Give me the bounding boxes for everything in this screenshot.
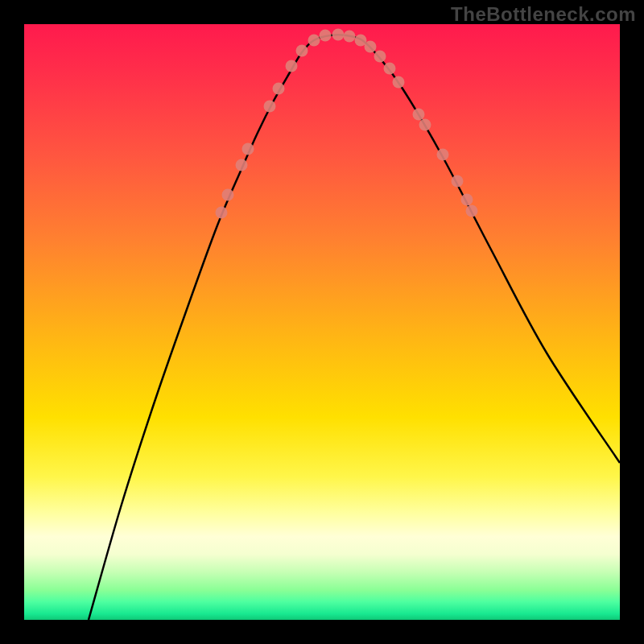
data-marker xyxy=(461,194,473,206)
data-marker xyxy=(308,35,320,47)
data-marker xyxy=(286,60,298,72)
data-marker xyxy=(365,41,377,53)
data-marker xyxy=(332,29,345,41)
data-marker xyxy=(452,175,464,188)
data-marker xyxy=(273,83,285,95)
data-marker xyxy=(413,109,425,121)
data-marker xyxy=(320,30,332,42)
data-marker xyxy=(216,207,228,219)
data-marker xyxy=(374,51,386,63)
data-marker xyxy=(419,119,431,131)
data-marker xyxy=(344,31,356,43)
data-marker xyxy=(236,159,248,171)
watermark-text: TheBottleneck.com xyxy=(451,3,636,26)
data-marker xyxy=(384,63,396,75)
bottleneck-curve xyxy=(89,35,620,620)
data-marker xyxy=(264,101,276,113)
plot-area xyxy=(24,24,620,620)
marker-group xyxy=(216,29,478,219)
chart-frame: TheBottleneck.com xyxy=(0,0,644,644)
curve-group xyxy=(89,35,620,620)
data-marker xyxy=(242,143,254,155)
data-marker xyxy=(222,189,234,201)
data-marker xyxy=(296,45,308,57)
curve-svg xyxy=(24,24,620,620)
data-marker xyxy=(393,76,405,89)
data-marker xyxy=(466,205,478,217)
data-marker xyxy=(437,149,449,161)
